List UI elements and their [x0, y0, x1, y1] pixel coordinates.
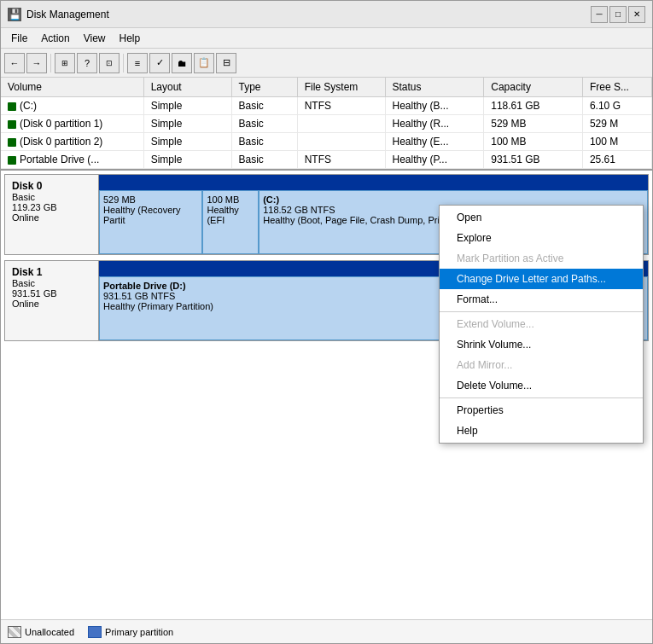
disk-0-info: Disk 0 Basic 119.23 GB Online — [5, 175, 99, 254]
cell-status: Healthy (B... — [385, 97, 484, 115]
disk-0-size: 119.23 GB — [12, 202, 91, 212]
cell-layout: Simple — [143, 115, 231, 133]
ctx-explore[interactable]: Explore — [440, 228, 643, 248]
menu-help[interactable]: Help — [113, 31, 148, 46]
volume-table-area: Volume Layout Type File System Status Ca… — [1, 78, 652, 171]
cell-layout: Simple — [143, 133, 231, 151]
volume-indicator — [8, 156, 16, 165]
volume-indicator — [8, 138, 16, 147]
close-button[interactable]: ✕ — [628, 6, 645, 23]
toolbar-back[interactable]: ← — [4, 53, 25, 73]
ctx-mirror: Add Mirror... — [440, 355, 643, 375]
cell-type: Basic — [231, 97, 297, 115]
menu-bar: File Action View Help — [1, 28, 652, 49]
cell-volume: (C:) — [1, 97, 143, 115]
menu-view[interactable]: View — [77, 31, 113, 46]
table-row-3[interactable]: Portable Drive (...SimpleBasicNTFSHealth… — [1, 151, 652, 169]
cell-volume: (Disk 0 partition 1) — [1, 115, 143, 133]
col-free[interactable]: Free S... — [582, 78, 651, 97]
table-row-0[interactable]: (C:)SimpleBasicNTFSHealthy (B...118.61 G… — [1, 97, 652, 115]
cell-free: 529 M — [582, 115, 651, 133]
cell-volume: (Disk 0 partition 2) — [1, 133, 143, 151]
volume-table: Volume Layout Type File System Status Ca… — [1, 78, 652, 169]
ctx-open[interactable]: Open — [440, 207, 643, 228]
ctx-extend: Extend Volume... — [440, 314, 643, 334]
legend-primary-label: Primary partition — [105, 627, 173, 637]
toolbar-btn-5[interactable]: ✓ — [149, 53, 170, 73]
disk-1-type: Basic — [12, 278, 91, 288]
cell-volume: Portable Drive (... — [1, 151, 143, 169]
disk-1-info: Disk 1 Basic 931.51 GB Online — [5, 261, 99, 340]
cell-layout: Simple — [143, 151, 231, 169]
ctx-sep-1 — [440, 311, 643, 312]
col-filesystem[interactable]: File System — [297, 78, 385, 97]
ctx-mark-active: Mark Partition as Active — [440, 248, 643, 269]
toolbar-btn-8[interactable]: ⊟ — [216, 53, 236, 73]
cell-capacity: 931.51 GB — [484, 151, 583, 169]
cell-status: Healthy (P... — [385, 151, 484, 169]
col-capacity[interactable]: Capacity — [484, 78, 583, 97]
col-volume[interactable]: Volume — [1, 78, 143, 97]
part-detail: Healthy (Recovery Partit — [103, 205, 198, 225]
legend-unallocated-label: Unallocated — [25, 627, 74, 637]
ctx-change-letter[interactable]: Change Drive Letter and Paths... — [440, 269, 643, 289]
toolbar-btn-6[interactable]: 🖿 — [172, 53, 192, 73]
context-menu: Open Explore Mark Partition as Active Ch… — [439, 205, 644, 444]
legend-primary-box — [88, 626, 102, 638]
part-name: (C:) — [263, 194, 644, 205]
part-size: 529 MB — [103, 194, 198, 205]
cell-type: Basic — [231, 133, 297, 151]
toolbar-btn-7[interactable]: 📋 — [194, 53, 214, 73]
toolbar-btn-2[interactable]: ? — [77, 53, 97, 73]
cell-type: Basic — [231, 115, 297, 133]
toolbar-btn-3[interactable]: ⊡ — [99, 53, 120, 73]
col-layout[interactable]: Layout — [143, 78, 231, 97]
part-size: 100 MB — [207, 194, 254, 205]
disk-1-name: Disk 1 — [12, 266, 91, 278]
cell-filesystem — [297, 133, 385, 151]
volume-indicator — [8, 120, 16, 129]
volume-indicator — [8, 102, 16, 111]
maximize-button[interactable]: □ — [609, 6, 627, 23]
legend-unallocated-box — [8, 626, 21, 638]
table-row-1[interactable]: (Disk 0 partition 1)SimpleBasicHealthy (… — [1, 115, 652, 133]
legend-unallocated: Unallocated — [8, 626, 74, 638]
window-controls: ─ □ ✕ — [591, 6, 645, 23]
cell-status: Healthy (R... — [385, 115, 484, 133]
app-icon: 💾 — [8, 8, 21, 21]
toolbar-btn-1[interactable]: ⊞ — [55, 53, 75, 73]
cell-type: Basic — [231, 151, 297, 169]
toolbar-btn-4[interactable]: ≡ — [127, 53, 148, 73]
toolbar: ← → ⊞ ? ⊡ ≡ ✓ 🖿 📋 ⊟ — [1, 49, 652, 78]
disk-0-name: Disk 0 — [12, 180, 91, 192]
cell-layout: Simple — [143, 97, 231, 115]
cell-filesystem: NTFS — [297, 97, 385, 115]
ctx-help[interactable]: Help — [440, 421, 643, 441]
table-row-2[interactable]: (Disk 0 partition 2)SimpleBasicHealthy (… — [1, 133, 652, 151]
disk-0-partition-0[interactable]: 529 MB Healthy (Recovery Partit — [99, 190, 202, 254]
menu-action[interactable]: Action — [34, 31, 76, 46]
disk-graphic-area: Disk 0 Basic 119.23 GB Online 529 MB Hea… — [1, 171, 652, 619]
disk-0-bar — [99, 175, 648, 190]
disk-0-type: Basic — [12, 192, 91, 202]
ctx-sep-2 — [440, 397, 643, 398]
cell-capacity: 529 MB — [484, 115, 583, 133]
ctx-format[interactable]: Format... — [440, 289, 643, 310]
cell-capacity: 118.61 GB — [484, 97, 583, 115]
legend-primary: Primary partition — [88, 626, 173, 638]
disk-1-size: 931.51 GB — [12, 288, 91, 299]
cell-status: Healthy (E... — [385, 133, 484, 151]
disk-0-partition-1[interactable]: 100 MB Healthy (EFI — [202, 190, 259, 254]
col-type[interactable]: Type — [231, 78, 297, 97]
disk-1-status: Online — [12, 299, 91, 309]
col-status[interactable]: Status — [385, 78, 484, 97]
title-bar: 💾 Disk Management ─ □ ✕ — [1, 1, 652, 28]
minimize-button[interactable]: ─ — [591, 6, 608, 23]
toolbar-forward[interactable]: → — [26, 53, 47, 73]
menu-file[interactable]: File — [4, 31, 34, 46]
ctx-properties[interactable]: Properties — [440, 400, 643, 421]
disk-0-status: Online — [12, 212, 91, 223]
ctx-delete[interactable]: Delete Volume... — [440, 375, 643, 396]
cell-free: 6.10 G — [582, 97, 651, 115]
ctx-shrink[interactable]: Shrink Volume... — [440, 334, 643, 355]
